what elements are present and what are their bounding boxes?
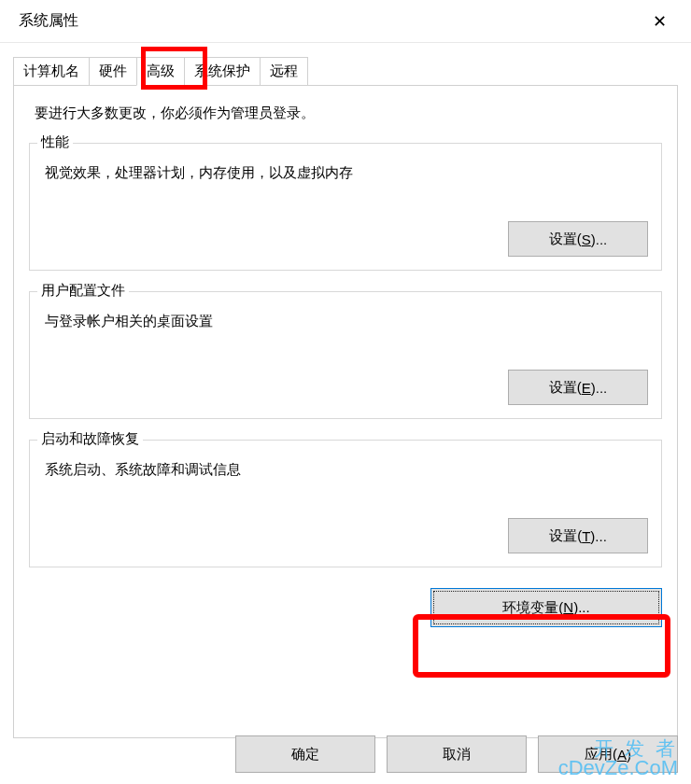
env-button-row: 环境变量(N)... <box>29 588 662 627</box>
apply-button[interactable]: 应用(A) <box>538 735 678 773</box>
tab-panel-advanced: 要进行大多数更改，你必须作为管理员登录。 性能 视觉效果，处理器计划，内存使用，… <box>13 85 678 738</box>
tab-hardware[interactable]: 硬件 <box>89 57 137 85</box>
group-user-profiles: 用户配置文件 与登录帐户相关的桌面设置 设置(E)... <box>29 291 662 419</box>
tab-advanced[interactable]: 高级 <box>136 57 185 86</box>
close-icon[interactable]: ✕ <box>647 11 672 32</box>
system-properties-window: 系统属性 ✕ 计算机名 硬件 高级 系统保护 远程 要进行大多数更改，你必须作为… <box>0 0 691 784</box>
environment-variables-button[interactable]: 环境变量(N)... <box>430 588 662 627</box>
group-performance-legend: 性能 <box>37 133 73 151</box>
ok-button[interactable]: 确定 <box>235 735 375 773</box>
group-performance: 性能 视觉效果，处理器计划，内存使用，以及虚拟内存 设置(S)... <box>29 143 662 271</box>
window-title: 系统属性 <box>19 11 78 31</box>
group-startup-recovery: 启动和故障恢复 系统启动、系统故障和调试信息 设置(T)... <box>29 440 662 567</box>
profiles-settings-button[interactable]: 设置(E)... <box>508 370 648 405</box>
admin-note: 要进行大多数更改，你必须作为管理员登录。 <box>35 105 662 122</box>
tab-computer-name[interactable]: 计算机名 <box>13 57 90 85</box>
group-profiles-desc: 与登录帐户相关的桌面设置 <box>45 313 648 330</box>
tab-strip: 计算机名 硬件 高级 系统保护 远程 <box>13 57 691 85</box>
cancel-button[interactable]: 取消 <box>387 735 527 773</box>
group-startup-legend: 启动和故障恢复 <box>37 430 143 448</box>
group-performance-desc: 视觉效果，处理器计划，内存使用，以及虚拟内存 <box>45 164 648 182</box>
tab-system-protection[interactable]: 系统保护 <box>184 57 261 85</box>
group-profiles-legend: 用户配置文件 <box>37 282 129 300</box>
startup-settings-button[interactable]: 设置(T)... <box>508 518 648 553</box>
group-startup-desc: 系统启动、系统故障和调试信息 <box>45 461 648 479</box>
dialog-buttons: 确定 取消 应用(A) <box>235 735 678 773</box>
tab-remote[interactable]: 远程 <box>260 57 308 85</box>
performance-settings-button[interactable]: 设置(S)... <box>508 221 648 257</box>
titlebar: 系统属性 ✕ <box>0 0 691 43</box>
